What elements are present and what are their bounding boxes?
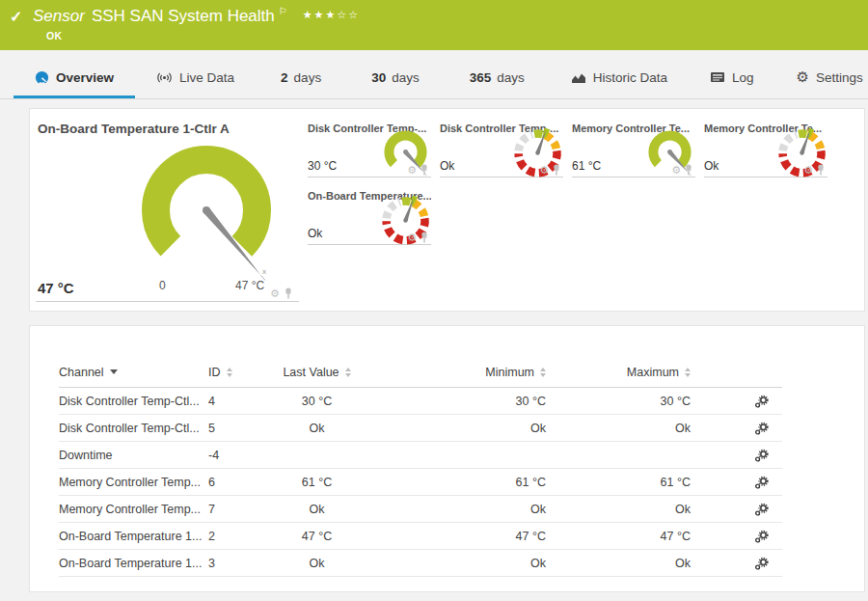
pin-icon[interactable]	[684, 164, 693, 176]
gauge-settings-gear-icon[interactable]: ⚙	[270, 288, 280, 299]
pin-icon[interactable]	[816, 164, 826, 176]
pin-icon[interactable]	[552, 164, 561, 176]
channel-settings-icon[interactable]	[754, 557, 769, 570]
sensor-tab-bar: Overview Live Data 2 days 30 days 365 da…	[0, 59, 868, 99]
table-row: Memory Controller Temp... 7 Ok Ok Ok	[59, 496, 782, 523]
table-row: Disk Controller Temp-Ctl... 4 30 °C 30 °…	[59, 388, 782, 415]
tab-settings-label: Settings	[816, 70, 863, 85]
channel-minimum: Ok	[367, 503, 546, 516]
tab-log[interactable]: Log	[689, 59, 775, 98]
gauge-settings-gear-icon[interactable]: ⚙	[803, 165, 813, 176]
column-header-minimum[interactable]: Minimum	[367, 366, 546, 379]
channel-maximum: 47 °C	[546, 530, 691, 543]
tab-30-days[interactable]: 30 days	[346, 59, 445, 98]
tab-2-days-label: days	[294, 70, 322, 85]
column-header-last-value[interactable]: Last Value	[266, 366, 367, 379]
tab-historic-data[interactable]: Historic Data	[550, 59, 689, 98]
tab-365-days-number: 365	[470, 70, 492, 85]
channel-id: 3	[208, 557, 266, 570]
channel-settings-icon[interactable]	[754, 395, 769, 408]
channel-table: Channel ID Last Value Minimum Maximum Di…	[59, 357, 782, 577]
table-row: On-Board Temperature 1... 2 47 °C 47 °C …	[59, 523, 782, 550]
channel-id: 5	[208, 422, 266, 435]
channel-settings-icon[interactable]	[754, 449, 769, 462]
gauge-settings-gear-icon[interactable]: ⚙	[407, 232, 417, 243]
log-icon	[710, 71, 725, 83]
table-row: Downtime -4	[59, 442, 782, 469]
channel-minimum: 47 °C	[367, 530, 546, 543]
channel-name[interactable]: On-Board Temperature 1...	[59, 557, 208, 570]
tab-365-days[interactable]: 365 days	[445, 59, 550, 98]
channel-last-value: 47 °C	[266, 530, 367, 543]
primary-gauge-value: 47 °C	[38, 280, 74, 296]
gauge-settings-gear-icon[interactable]: ⚙	[671, 165, 681, 176]
channel-minimum: 61 °C	[367, 476, 546, 489]
column-header-channel[interactable]: Channel	[59, 366, 208, 379]
gauge-settings-gear-icon[interactable]: ⚙	[539, 165, 549, 176]
sort-desc-icon	[110, 369, 118, 374]
channel-name[interactable]: Memory Controller Temp...	[59, 476, 208, 489]
sort-both-icon	[227, 368, 232, 377]
tab-historic-data-label: Historic Data	[593, 70, 667, 85]
channel-last-value: 30 °C	[266, 395, 367, 408]
channel-maximum: Ok	[546, 503, 691, 516]
mini-gauge-panel: Disk Controller Temp-... Ok ⚙	[440, 123, 563, 178]
mini-gauge-panel: Disk Controller Temp-... 30 °C ⚙	[308, 123, 431, 178]
tab-2-days[interactable]: 2 days	[256, 59, 346, 98]
gauges-panel: On-Board Temperature 1-Ctlr A x 0 47 °C …	[29, 108, 865, 312]
tab-365-days-label: days	[497, 70, 525, 85]
priority-flag-icon[interactable]: ⚐	[279, 6, 287, 16]
tab-30-days-label: days	[392, 70, 420, 85]
channel-maximum: Ok	[546, 422, 691, 435]
area-chart-icon	[571, 71, 586, 84]
gauge-settings-gear-icon[interactable]: ⚙	[407, 165, 417, 176]
pin-icon[interactable]	[420, 164, 429, 176]
table-header-row: Channel ID Last Value Minimum Maximum	[59, 357, 782, 388]
mini-gauge-value: 30 °C	[308, 159, 337, 173]
channel-last-value: Ok	[266, 557, 367, 570]
channel-id: 6	[208, 476, 266, 489]
sensor-status-bar: ✓ SensorSSH SAN System Health⚐★★★☆☆ OK	[0, 0, 868, 50]
channel-name[interactable]: Memory Controller Temp...	[59, 503, 208, 516]
channel-settings-icon[interactable]	[754, 530, 769, 543]
sort-both-icon	[345, 368, 351, 377]
tab-2-days-number: 2	[281, 70, 288, 85]
tab-live-data[interactable]: Live Data	[135, 59, 256, 98]
column-header-id[interactable]: ID	[208, 366, 266, 379]
pin-icon[interactable]	[284, 287, 293, 299]
status-ok-check-icon: ✓	[10, 8, 22, 26]
channel-maximum: 61 °C	[546, 476, 691, 489]
status-badge: OK	[46, 30, 63, 41]
primary-gauge-scale-max: 47 °C	[235, 279, 264, 292]
channel-maximum: Ok	[546, 557, 691, 570]
sort-both-icon	[685, 368, 691, 377]
channel-name[interactable]: Disk Controller Temp-Ctl...	[59, 422, 208, 435]
primary-gauge: x	[124, 126, 288, 283]
channels-panel: Channel ID Last Value Minimum Maximum Di…	[29, 325, 865, 592]
channel-id: 7	[208, 503, 266, 516]
tab-overview[interactable]: Overview	[14, 59, 135, 98]
channel-id: 4	[208, 395, 266, 408]
tab-settings[interactable]: ⚙ Settings	[775, 59, 868, 98]
table-row: Memory Controller Temp... 6 61 °C 61 °C …	[59, 469, 782, 496]
table-row: Disk Controller Temp-Ctl... 5 Ok Ok Ok	[59, 415, 782, 442]
needle-tip-mark: x	[262, 267, 266, 276]
gear-icon: ⚙	[797, 68, 809, 86]
channel-name[interactable]: Downtime	[59, 449, 208, 462]
mini-gauge-panel: Memory Controller Te... Ok ⚙	[704, 123, 827, 178]
channel-settings-icon[interactable]	[754, 422, 769, 435]
pin-icon[interactable]	[420, 232, 429, 243]
channel-settings-icon[interactable]	[754, 476, 769, 489]
channel-maximum: 30 °C	[546, 395, 691, 408]
primary-gauge-scale-min: 0	[159, 279, 166, 292]
mini-gauge-value: Ok	[440, 159, 454, 173]
priority-stars-rating[interactable]: ★★★☆☆	[303, 9, 360, 20]
page-title: SSH SAN System Health	[92, 7, 275, 25]
channel-settings-icon[interactable]	[754, 503, 769, 516]
tab-overview-label: Overview	[56, 70, 114, 85]
channel-name[interactable]: Disk Controller Temp-Ctl...	[59, 395, 208, 408]
tab-live-data-label: Live Data	[179, 70, 234, 85]
column-header-maximum[interactable]: Maximum	[546, 366, 691, 379]
channel-last-value: Ok	[266, 422, 367, 435]
channel-name[interactable]: On-Board Temperature 1...	[59, 530, 208, 543]
